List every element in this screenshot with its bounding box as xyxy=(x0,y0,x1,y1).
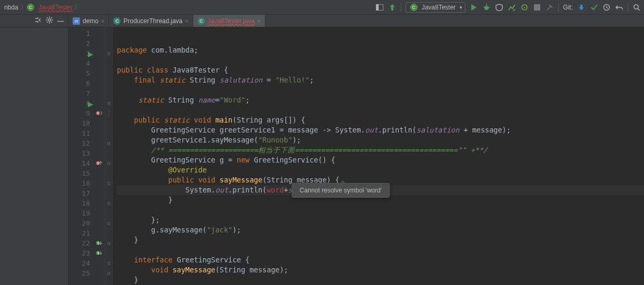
divider xyxy=(401,3,401,12)
svg-point-8 xyxy=(524,6,526,8)
class-file-icon: C xyxy=(197,17,205,25)
svg-point-2 xyxy=(484,6,489,10)
tab-label: Java8Tester.java xyxy=(207,17,254,25)
breadcrumb[interactable]: nbda 〉 C Java8Tester 〉 xyxy=(0,3,81,12)
breadcrumb-item[interactable]: nbda xyxy=(2,4,21,11)
tab-producerthread[interactable]: C ProducerThread.java × xyxy=(109,15,193,27)
fold-column[interactable]: ⊟⊟┆⊟⊟⊡⊡⊡⊟⊡⊡ xyxy=(105,27,113,285)
top-toolbar: nbda 〉 C Java8Tester 〉 C Java8Tester JR … xyxy=(0,0,644,15)
close-icon[interactable]: × xyxy=(101,18,104,24)
svg-line-21 xyxy=(51,17,52,18)
run-config-label: Java8Tester xyxy=(422,4,456,11)
editor[interactable]: 123456789O1011121314O1516171819202122I23… xyxy=(68,27,644,285)
coverage-icon[interactable] xyxy=(495,3,503,12)
svg-line-18 xyxy=(47,17,48,18)
breadcrumb-separator: 〉 xyxy=(74,3,81,12)
svg-point-11 xyxy=(634,5,638,9)
tab-bar: — m demo × C ProducerThread.java × C Jav… xyxy=(0,15,644,27)
svg-text:JR: JR xyxy=(512,8,516,11)
error-tooltip: Cannot resolve symbol 'word' xyxy=(292,183,390,198)
tab-label: ProducerThread.java xyxy=(123,17,182,25)
git-history-icon[interactable] xyxy=(602,3,611,12)
debug-icon[interactable] xyxy=(482,3,491,12)
run-icon[interactable] xyxy=(470,3,478,12)
attach-icon[interactable] xyxy=(546,3,554,12)
svg-rect-9 xyxy=(534,4,540,11)
svg-line-19 xyxy=(51,22,52,23)
svg-text:O: O xyxy=(97,111,99,116)
git-commit-icon[interactable] xyxy=(590,3,598,12)
run-configuration-select[interactable]: C Java8Tester xyxy=(405,2,466,13)
layout-icon[interactable] xyxy=(375,3,384,12)
collapse-icon[interactable] xyxy=(34,16,42,25)
tab-java8tester[interactable]: C Java8Tester.java × xyxy=(193,15,265,27)
stop-icon[interactable] xyxy=(533,3,541,12)
class-file-icon: C xyxy=(113,17,121,25)
editor-tabs: m demo × C ProducerThread.java × C Java8… xyxy=(68,15,265,27)
close-icon[interactable]: × xyxy=(257,18,260,24)
breadcrumb-separator: 〉 xyxy=(21,3,27,12)
toolbar-right: C Java8Tester JR Git: xyxy=(375,2,644,13)
maven-file-icon: m xyxy=(73,17,80,25)
close-icon[interactable]: × xyxy=(185,18,189,24)
class-icon: C xyxy=(27,4,34,11)
project-sidebar[interactable] xyxy=(0,27,68,285)
git-update-icon[interactable] xyxy=(577,3,586,12)
workspace: 123456789O1011121314O1516171819202122I23… xyxy=(0,27,644,285)
svg-text:I: I xyxy=(97,251,100,256)
breadcrumb-item[interactable]: Java8Tester xyxy=(36,4,75,11)
svg-point-13 xyxy=(48,19,51,21)
gear-icon[interactable] xyxy=(46,16,53,25)
svg-line-12 xyxy=(638,8,640,11)
svg-line-20 xyxy=(47,22,48,23)
svg-rect-1 xyxy=(376,4,379,11)
git-label: Git: xyxy=(563,4,573,11)
search-icon[interactable] xyxy=(632,3,641,12)
class-icon: C xyxy=(410,4,418,11)
project-tool-icons: — xyxy=(0,15,68,27)
build-icon[interactable] xyxy=(388,3,397,12)
git-revert-icon[interactable] xyxy=(615,3,623,12)
profiler-icon[interactable]: JR xyxy=(508,3,516,12)
tab-demo[interactable]: m demo × xyxy=(68,15,109,27)
divider xyxy=(628,3,628,12)
tab-label: demo xyxy=(83,17,98,25)
profiler2-icon[interactable] xyxy=(520,3,529,12)
gutter[interactable]: 123456789O1011121314O1516171819202122I23… xyxy=(68,27,105,285)
code-area[interactable]: package com.lambda;public class Java8Tes… xyxy=(113,27,644,285)
divider xyxy=(558,3,559,12)
svg-text:O: O xyxy=(97,161,99,166)
hide-icon[interactable]: — xyxy=(57,17,64,25)
svg-text:I: I xyxy=(97,241,100,246)
